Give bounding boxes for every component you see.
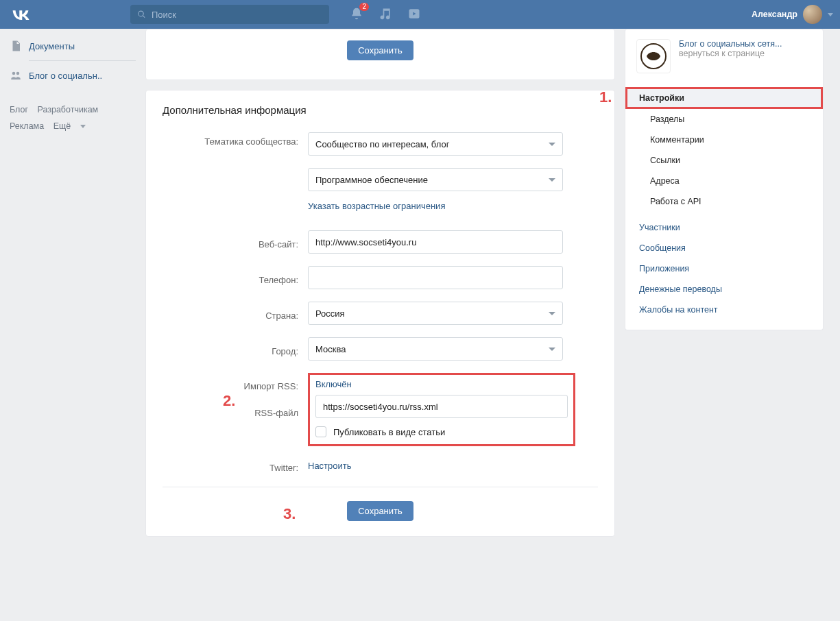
save-button-top[interactable]: Сохранить <box>347 40 413 60</box>
right-sidebar: Блог о социальных сетя... вернуться к ст… <box>625 29 824 537</box>
play-icon <box>407 7 421 21</box>
menu-item-addresses[interactable]: Адреса <box>625 171 823 191</box>
save-button-bottom[interactable]: Сохранить <box>347 501 413 521</box>
music-button[interactable] <box>379 7 392 23</box>
select-topic-main[interactable]: Сообщество по интересам, блог <box>308 132 563 156</box>
group-icon <box>10 69 22 82</box>
rss-highlight-box: Включён Публиковать в виде статьи <box>308 373 575 446</box>
label-rss-import: Импорт RSS: <box>163 381 298 391</box>
label-phone: Телефон: <box>163 271 308 285</box>
divider <box>29 60 136 61</box>
menu-item-settings[interactable]: Настройки <box>625 87 823 109</box>
publish-article-label: Публиковать в виде статьи <box>333 427 445 437</box>
sidebar-item-blog-group[interactable]: Блог о социальн.. <box>5 65 136 86</box>
group-subtitle: вернуться к странице <box>679 49 812 58</box>
additional-info-card: Дополнительная информация Тематика сообщ… <box>145 90 615 537</box>
menu-item-money[interactable]: Денежные переводы <box>625 279 823 300</box>
chevron-down-icon <box>828 13 833 16</box>
menu-item-comments[interactable]: Комментарии <box>625 130 823 150</box>
rss-status-link[interactable]: Включён <box>315 379 352 389</box>
vk-logo[interactable] <box>7 9 34 20</box>
label-twitter: Twitter: <box>163 459 308 473</box>
settings-menu: 1. Настройки Разделы Комментарии Ссылки … <box>625 83 824 330</box>
main-content: Сохранить Дополнительная информация Тема… <box>145 29 615 537</box>
label-city: Город: <box>163 342 308 356</box>
select-city[interactable]: Москва <box>308 337 563 361</box>
footer-link-blog[interactable]: Блог <box>10 105 28 114</box>
document-icon <box>10 40 22 52</box>
annotation-1: 1. <box>599 88 612 106</box>
label-website: Веб-сайт: <box>163 235 308 249</box>
avatar <box>803 5 822 24</box>
sidebar-item-documents[interactable]: Документы <box>5 36 136 56</box>
website-input[interactable] <box>308 230 563 254</box>
label-country: Страна: <box>163 306 308 321</box>
select-country[interactable]: Россия <box>308 302 563 325</box>
annotation-2: 2. <box>223 392 235 410</box>
notifications-button[interactable]: 2 <box>350 7 363 23</box>
menu-item-messages[interactable]: Сообщения <box>625 238 823 258</box>
group-header[interactable]: Блог о социальных сетя... вернуться к ст… <box>625 29 824 83</box>
footer-links: Блог Разработчикам Реклама Ещё <box>5 102 136 135</box>
chevron-down-icon <box>549 348 555 351</box>
publish-article-checkbox[interactable] <box>315 426 326 437</box>
music-icon <box>379 7 392 21</box>
sidebar-item-label: Блог о социальн.. <box>29 71 102 81</box>
header-icons: 2 <box>350 7 421 23</box>
username-label: Александр <box>752 10 797 19</box>
group-logo <box>636 39 671 73</box>
section-title: Дополнительная информация <box>163 104 598 116</box>
menu-item-apps[interactable]: Приложения <box>625 258 823 279</box>
menu-item-api[interactable]: Работа с API <box>625 191 823 212</box>
chevron-down-icon <box>549 143 555 146</box>
menu-item-links[interactable]: Ссылки <box>625 150 823 171</box>
rss-file-input[interactable] <box>315 395 568 418</box>
footer-link-more[interactable]: Ещё <box>53 121 93 131</box>
search-box[interactable] <box>130 5 329 24</box>
sidebar-item-label: Документы <box>29 41 75 51</box>
menu-item-members[interactable]: Участники <box>625 217 823 238</box>
phone-input[interactable] <box>308 266 563 289</box>
search-input[interactable] <box>152 10 322 20</box>
chevron-down-icon <box>549 312 555 315</box>
annotation-3: 3. <box>283 505 296 523</box>
select-topic-sub[interactable]: Программное обеспечение <box>308 168 563 191</box>
notification-badge: 2 <box>359 3 369 11</box>
group-title: Блог о социальных сетя... <box>679 39 812 49</box>
twitter-setup-link[interactable]: Настроить <box>308 461 352 471</box>
app-header: 2 Александр <box>0 0 840 29</box>
footer-link-devs[interactable]: Разработчикам <box>38 105 99 114</box>
search-icon <box>137 10 146 19</box>
age-restrictions-link[interactable]: Указать возрастные ограничения <box>308 201 445 211</box>
top-save-card: Сохранить <box>145 29 615 80</box>
video-button[interactable] <box>407 7 421 23</box>
chevron-down-icon <box>549 178 555 182</box>
menu-item-complaints[interactable]: Жалобы на контент <box>625 300 823 320</box>
menu-item-sections[interactable]: Разделы <box>625 109 823 130</box>
left-sidebar: Документы Блог о социальн.. Блог Разрабо… <box>5 29 136 537</box>
user-menu[interactable]: Александр <box>752 5 833 24</box>
footer-link-ads[interactable]: Реклама <box>10 121 44 131</box>
divider <box>163 487 598 487</box>
label-topic: Тематика сообщества: <box>163 132 308 147</box>
